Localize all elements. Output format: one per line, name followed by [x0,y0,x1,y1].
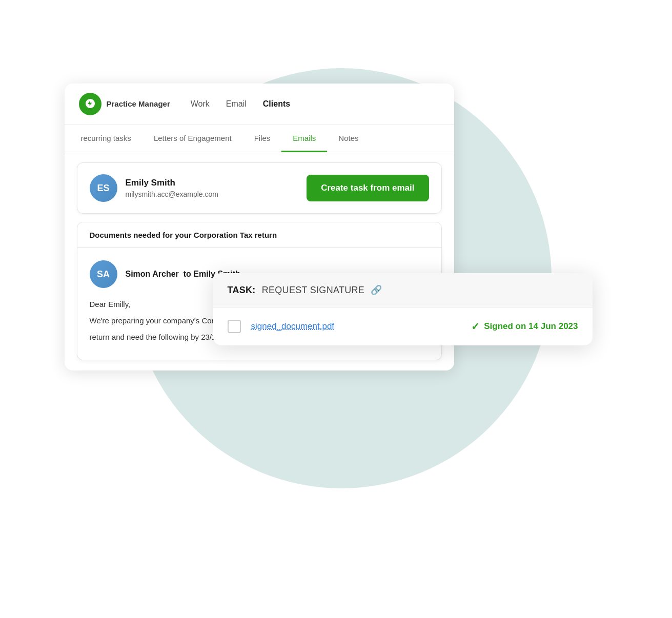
tab-files[interactable]: Files [243,126,282,152]
sender-email-emily: milysmith.acc@example.com [126,190,218,198]
nav-work[interactable]: Work [191,99,210,109]
sender-info-top: ES Emily Smith milysmith.acc@example.com [90,174,218,202]
avatar-emily: ES [90,174,117,202]
tab-notes[interactable]: Notes [327,126,370,152]
task-name: REQUEST SIGNATURE [262,285,364,296]
avatar-simon: SA [90,260,117,288]
task-overlay-card: TASK: REQUEST SIGNATURE 🔗 signed_documen… [213,273,593,345]
sender-name-emily: Emily Smith [126,178,218,188]
link-icon: 🔗 [371,284,382,296]
task-label: TASK: [228,285,256,296]
sender-name-simon: Simon Archer [126,270,179,278]
tab-emails[interactable]: Emails [281,126,327,152]
task-body: signed_document.pdf ✓ Signed on 14 Jun 2… [213,307,593,345]
email-subject: Documents needed for your Corporation Ta… [77,222,442,248]
tab-recurring-tasks[interactable]: recurring tasks [70,126,142,152]
tab-letters[interactable]: Letters of Engagement [142,126,243,152]
document-name[interactable]: signed_document.pdf [251,321,335,332]
nav-bar: Practice Manager Work Email Clients [65,84,454,125]
email-item-top: ES Emily Smith milysmith.acc@example.com… [77,162,442,214]
signed-status: ✓ Signed on 14 Jun 2023 [471,320,578,333]
nav-clients[interactable]: Clients [263,99,290,109]
tab-bar: recurring tasks Letters of Engagement Fi… [65,125,454,152]
sender-details-top: Emily Smith milysmith.acc@example.com [126,178,218,198]
logo-icon [79,93,101,115]
document-checkbox[interactable] [228,320,241,333]
check-icon: ✓ [471,320,480,333]
signed-text: Signed on 14 Jun 2023 [484,321,578,332]
task-header: TASK: REQUEST SIGNATURE 🔗 [213,273,593,307]
nav-links: Work Email Clients [191,99,290,109]
create-task-button[interactable]: Create task from email [307,175,429,201]
logo-container: Practice Manager [79,93,170,115]
logo-text: Practice Manager [107,99,170,109]
nav-email[interactable]: Email [226,99,247,109]
